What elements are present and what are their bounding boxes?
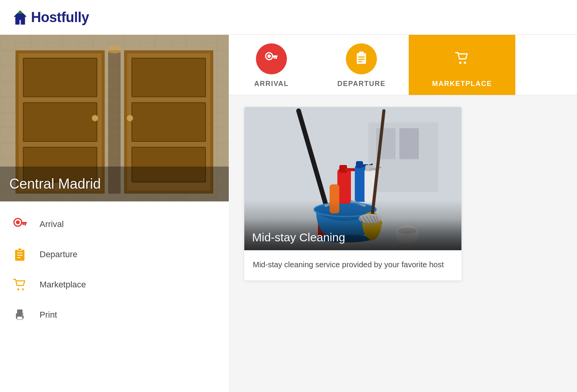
sidebar-item-print[interactable]: Print	[0, 300, 229, 330]
departure-tab-circle	[346, 43, 377, 74]
marketplace-tab-icon	[454, 51, 469, 67]
sidebar-item-arrival[interactable]: Arrival	[0, 209, 229, 239]
svg-rect-10	[23, 103, 97, 141]
product-card[interactable]: Mid-stay Cleaning Mid-stay cleaning serv…	[244, 107, 461, 280]
clipboard-icon	[12, 246, 28, 263]
svg-point-48	[459, 62, 461, 64]
svg-rect-35	[17, 309, 22, 314]
sidebar-item-departure[interactable]: Departure	[0, 239, 229, 270]
arrival-tab-icon	[264, 51, 279, 67]
svg-rect-15	[132, 58, 206, 97]
svg-rect-43	[357, 53, 366, 64]
svg-point-12	[92, 115, 98, 121]
svg-rect-42	[273, 57, 275, 58]
sidebar-nav: Arrival Departure	[0, 201, 229, 338]
product-title: Mid-stay Cleaning	[244, 219, 461, 250]
tab-arrival[interactable]: ARRIVAL	[229, 35, 314, 95]
tabs-bar: ARRIVAL DEPARTURE	[229, 35, 577, 95]
svg-rect-41	[275, 57, 277, 59]
departure-tab-icon	[354, 51, 369, 67]
hero-title: Central Madrid	[9, 176, 101, 192]
sidebar-arrival-label: Arrival	[40, 219, 64, 229]
svg-rect-28	[18, 248, 22, 251]
svg-rect-40	[272, 55, 278, 57]
logo: Hostfully	[12, 9, 89, 26]
logo-text: Hostfully	[31, 9, 89, 26]
tab-marketplace-label: MARKETPLACE	[432, 80, 492, 88]
sidebar-departure-label: Departure	[40, 249, 78, 260]
key-icon	[12, 216, 28, 232]
marketplace-tab-circle	[446, 43, 477, 74]
hero-image: Central Madrid	[0, 35, 229, 201]
sidebar-item-marketplace[interactable]: Marketplace	[0, 270, 229, 300]
tab-departure[interactable]: DEPARTURE	[314, 35, 409, 95]
left-panel: Central Madrid Arrival	[0, 35, 229, 392]
content-area: Mid-stay Cleaning Mid-stay cleaning serv…	[229, 95, 577, 292]
svg-point-18	[127, 115, 133, 121]
right-panel: ARRIVAL DEPARTURE	[229, 35, 577, 392]
svg-rect-54	[399, 128, 419, 159]
product-image: Mid-stay Cleaning	[244, 107, 461, 250]
arrival-tab-circle	[256, 43, 287, 74]
cart-icon	[12, 277, 28, 293]
svg-point-20	[107, 46, 122, 53]
logo-house-icon	[12, 9, 29, 26]
svg-point-32	[17, 289, 19, 291]
svg-rect-9	[23, 58, 97, 97]
svg-point-23	[16, 220, 20, 224]
svg-rect-16	[132, 103, 206, 141]
svg-point-39	[268, 55, 271, 58]
sidebar-marketplace-label: Marketplace	[40, 280, 86, 290]
svg-rect-24	[21, 222, 27, 224]
svg-rect-25	[24, 224, 26, 225]
tab-arrival-label: ARRIVAL	[254, 80, 288, 88]
svg-rect-44	[359, 52, 364, 54]
sidebar-print-label: Print	[40, 310, 57, 320]
svg-rect-61	[337, 169, 351, 204]
tab-marketplace[interactable]: MARKETPLACE	[409, 35, 515, 95]
svg-rect-36	[17, 316, 22, 320]
product-description: Mid-stay cleaning service provided by yo…	[244, 250, 461, 280]
header: Hostfully	[0, 0, 577, 35]
main-container: Central Madrid Arrival	[0, 35, 577, 392]
svg-point-33	[22, 289, 24, 291]
svg-rect-26	[22, 224, 24, 225]
print-icon	[12, 307, 28, 323]
svg-point-49	[464, 62, 466, 64]
svg-point-37	[22, 314, 24, 316]
tab-departure-label: DEPARTURE	[337, 80, 385, 88]
